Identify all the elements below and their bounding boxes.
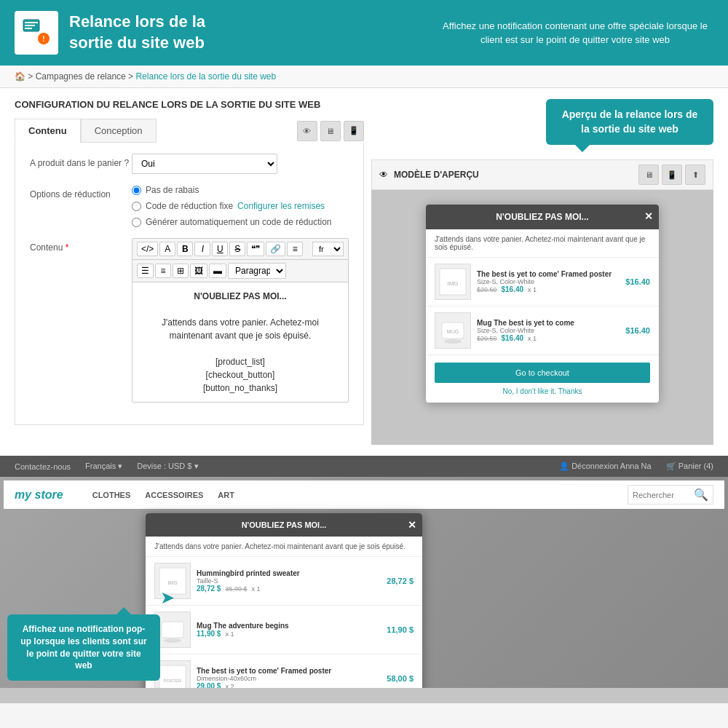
editor-placeholder1: [product_list] (140, 355, 341, 368)
desktop-icon[interactable]: 🖥 (320, 121, 341, 141)
editor-font-btn[interactable]: A (159, 242, 175, 256)
bottom-product-total-1: 28,72 $ (387, 577, 414, 585)
bottom-modal-close[interactable]: ✕ (408, 519, 416, 531)
bottom-product-row-3: POSTER The best is yet to come' Framed p… (146, 654, 422, 688)
discount-radio-1[interactable] (132, 186, 141, 195)
editor-align-btn[interactable]: ≡ (287, 242, 303, 256)
product-row-2: MUG Mug The best is yet to come Size-S, … (426, 306, 659, 355)
editor-content[interactable]: N'OUBLIEZ PAS MOI... J'attends dans votr… (132, 282, 348, 402)
modal-subtitle: J'attends dans votre panier. Achetez-moi… (426, 229, 659, 258)
has-product-select[interactable]: Oui Non (132, 154, 277, 174)
discount-option-3-label: Générer automatiquement un code de réduc… (146, 217, 332, 227)
editor-format-select[interactable]: Paragraphe (228, 263, 286, 279)
modal-title: N'OUBLIEZ PAS MOI... (496, 212, 588, 222)
home-icon[interactable]: 🏠 (15, 71, 25, 82)
discount-option-1-label: Pas de rabais (146, 185, 199, 195)
editor-italic-btn[interactable]: I (194, 242, 210, 256)
has-product-row: A produit dans le panier ? Oui Non (30, 154, 349, 174)
product-size-2: Size-S, Color-White (477, 327, 620, 334)
bottom-modal-subtitle: J'attends dans votre panier. Achetez-moi… (146, 537, 422, 557)
editor-code-btn[interactable]: </> (137, 242, 158, 256)
lang-select[interactable]: fren (312, 242, 344, 256)
svg-text:MUG: MUG (447, 329, 459, 334)
checkout-button[interactable]: Go to checkout (435, 363, 650, 383)
page-title: CONFIGURATION DU RELANCE LORS DE LA SORT… (15, 99, 364, 110)
discount-control: Pas de rabais Code de réduction fixe Con… (132, 185, 349, 227)
discount-option-2-label: Code de réduction fixe (146, 201, 233, 211)
bottom-product-info-2: Mug The adventure begins 11,90 $ x 1 (197, 622, 381, 638)
tab-content[interactable]: Contenu (15, 119, 81, 143)
discount-option-1: Pas de rabais (132, 185, 349, 195)
editor-title: N'OUBLIEZ PAS MOI... (194, 291, 286, 301)
nav-art[interactable]: ART (218, 491, 234, 499)
editor-strike-btn[interactable]: S (229, 242, 245, 256)
editor-link-btn[interactable]: 🔗 (266, 242, 285, 256)
bottom-product-row-1: IMG Hummingbird printed sweater Taille-S… (146, 557, 422, 606)
discount-radio-2[interactable] (132, 202, 141, 211)
configure-discounts-link[interactable]: Configurer les remises (237, 201, 325, 211)
editor-toolbar-2: ☰ ≡ ⊞ 🖼 ▬ Paragraphe (132, 260, 348, 282)
editor-image-btn[interactable]: 🖼 (190, 264, 207, 278)
editor-bold-btn[interactable]: B (177, 242, 193, 256)
editor-quote-btn[interactable]: ❝❞ (247, 242, 264, 256)
breadcrumb: 🏠 > Campagnes de relance > Relance lors … (0, 66, 728, 88)
breadcrumb-campaigns[interactable]: Campagnes de relance (36, 71, 126, 82)
module-icon: ! (15, 11, 58, 55)
preview-btn[interactable]: 👁 (297, 121, 317, 141)
no-thanks-link[interactable]: No, I don't like it. Thanks (435, 387, 650, 395)
has-product-label: A produit dans le panier ? (30, 154, 132, 168)
store-preview: Contactez-nous Français ▾ Devise : USD $… (0, 456, 728, 703)
preview-toolbar: 👁 MODÈLE D'APERÇU 🖥 📱 ⬆ (371, 159, 713, 190)
editor-list-btn[interactable]: ☰ (137, 264, 154, 278)
tabs: Contenu Conception (15, 119, 157, 143)
svg-rect-17 (162, 622, 183, 638)
modal-footer: Go to checkout No, I don't like it. Than… (426, 355, 659, 403)
product-qty-1: x 1 (528, 286, 537, 293)
preview-export-icon[interactable]: ⬆ (685, 165, 705, 185)
editor-placeholder3: [button_no_thanks] (140, 381, 341, 395)
nav-clothes[interactable]: CLOTHES (92, 491, 131, 499)
mobile-icon[interactable]: 📱 (344, 121, 364, 141)
discount-radio-3[interactable] (132, 218, 141, 227)
bottom-product-info-1: Hummingbird printed sweater Taille-S 28,… (197, 569, 381, 593)
discount-label: Options de réduction (30, 185, 132, 199)
editor-placeholder2: [checkout_button] (140, 368, 341, 381)
header-title: Relance lors de la sortie du site web (69, 12, 205, 53)
tab-design[interactable]: Conception (81, 119, 157, 143)
preview-mobile-icon[interactable]: 📱 (662, 165, 682, 185)
store-lang: Français ▾ (85, 462, 122, 471)
nav-accessories[interactable]: ACCESSOIRES (145, 491, 203, 499)
bottom-product-size-1: Taille-S (197, 577, 381, 585)
bottom-product-old-price-1: 35,90 $ (225, 585, 247, 593)
editor-table-btn[interactable]: ⊞ (173, 264, 189, 278)
product-row-1: IMG The best is yet to come' Framed post… (426, 258, 659, 306)
svg-text:POSTER: POSTER (164, 678, 182, 683)
product-name-1: The best is yet to come' Framed poster (477, 270, 620, 278)
preview-desktop-icon[interactable]: 🖥 (638, 165, 659, 185)
content-row: Contenu * </> A B I U S ❝❞ (30, 238, 349, 403)
svg-text:!: ! (42, 35, 44, 43)
editor-underline-btn[interactable]: U (212, 242, 228, 256)
editor-ol-btn[interactable]: ≡ (155, 264, 171, 278)
product-name-2: Mug The best is yet to come (477, 319, 620, 327)
svg-point-18 (164, 638, 181, 643)
bottom-product-qty-3: x 2 (225, 683, 234, 689)
bottom-product-name-3: The best is yet to come' Framed poster (197, 667, 381, 675)
eye-icon: 👁 (379, 170, 388, 180)
bottom-product-row-2: Mug The adventure begins 11,90 $ x 1 11,… (146, 606, 422, 654)
action-buttons: 👁 🖥 📱 (297, 121, 364, 141)
product-new-price-1: $16.40 (501, 285, 523, 293)
product-old-price-1: $20.50 (477, 286, 497, 293)
product-total-1: $16.40 (625, 277, 650, 286)
store-logo: my store (15, 488, 63, 502)
editor-hr-btn[interactable]: ▬ (209, 264, 226, 278)
store-currency: Devise : USD $ ▾ (137, 462, 198, 471)
bottom-product-new-price-3: 29,00 $ (197, 682, 221, 688)
store-search-input[interactable] (633, 491, 691, 499)
svg-rect-3 (25, 28, 32, 29)
modal-close-icon[interactable]: ✕ (644, 210, 653, 222)
preview-label: MODÈLE D'APERÇU (394, 170, 479, 180)
product-info-1: The best is yet to come' Framed poster S… (477, 270, 620, 293)
preview-modal-header: N'OUBLIEZ PAS MOI... ✕ (426, 205, 659, 229)
toolbar: Contenu Conception 👁 🖥 📱 (15, 119, 364, 143)
